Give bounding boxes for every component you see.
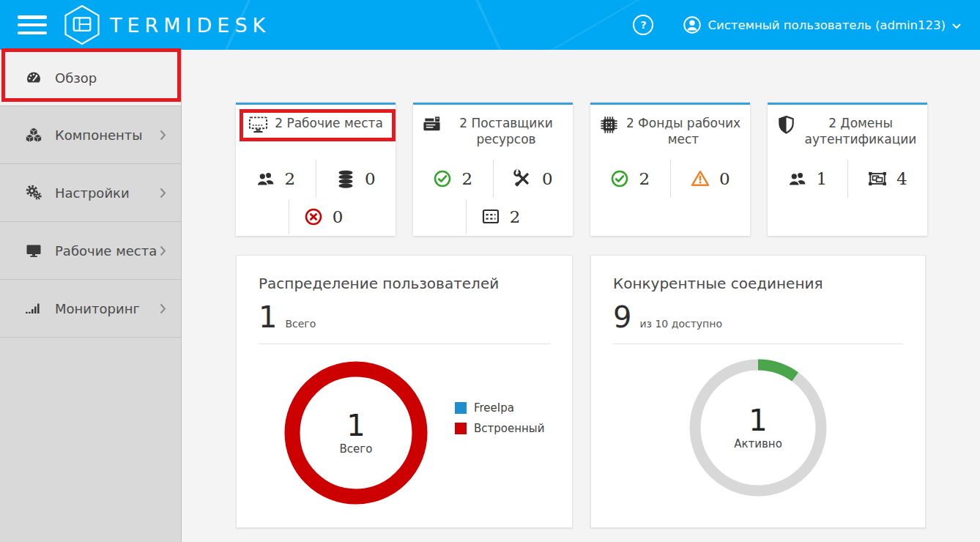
desktop-dashed-icon (248, 115, 268, 135)
times-circle-icon (304, 207, 323, 226)
components-icon (25, 126, 42, 144)
sidebar-item-label: Обзор (55, 70, 97, 86)
sidebar-item-overview[interactable]: Обзор (0, 50, 181, 106)
panel-big-label: из 10 доступно (639, 318, 722, 330)
card-resource-providers[interactable]: 2 Поставщики ресурсов 2 (413, 103, 573, 236)
stat-value: 2 (284, 169, 295, 188)
connections-donut-chart: 1 Активно (685, 354, 831, 501)
user-name-label: Системный пользователь (admin123) (708, 18, 946, 32)
stat-value: 0 (365, 169, 376, 188)
users-donut-chart: 1 Всего (279, 356, 433, 510)
legend-swatch (455, 423, 467, 434)
panel-big-value: 1 (259, 302, 277, 332)
legend-label: Встроенный (474, 422, 544, 435)
stat-ok: 2 (590, 169, 670, 188)
stat-row: 0 (236, 198, 396, 236)
stat-groups: 4 (847, 160, 928, 198)
stat-errors: 0 (304, 207, 344, 226)
user-menu[interactable]: Системный пользователь (admin123) (683, 15, 961, 34)
resource-provider-icon (422, 115, 442, 135)
warning-triangle-icon (691, 169, 710, 188)
chip-icon (599, 115, 619, 135)
help-icon[interactable]: ? (633, 15, 653, 35)
stat-value: 1 (816, 169, 827, 188)
tools-icon (513, 169, 532, 188)
panel-title: Распределение пользователей (259, 275, 550, 292)
monitoring-icon (25, 300, 42, 317)
panel-user-distribution: Распределение пользователей 1 Всего 1 Вс… (236, 255, 573, 528)
card-title-label: 2 Поставщики ресурсов (448, 116, 564, 148)
stat-value: 2 (639, 169, 650, 188)
stat-users: 1 (768, 169, 847, 188)
divider (466, 200, 467, 234)
sidebar-item-label: Компоненты (55, 127, 142, 143)
chevron-right-icon (160, 303, 166, 314)
table-icon (481, 207, 500, 226)
brand-logo: TERMIDESK (63, 4, 270, 45)
hexagon-logo-icon (63, 4, 101, 45)
card-workplace-pools-title: 2 Фонды рабочих мест (590, 105, 750, 160)
settings-icon (25, 184, 42, 201)
sidebar-item-label: Настройки (55, 185, 130, 201)
sidebar: Обзор Компоненты (0, 50, 182, 542)
stat-pools: 0 (316, 160, 396, 198)
divider (289, 200, 289, 234)
database-icon (336, 169, 355, 188)
brand-wordmark: TERMIDESK (110, 14, 270, 37)
sidebar-item-settings[interactable]: Настройки (0, 164, 181, 222)
card-workplaces-title: 2 Рабочие места (236, 105, 396, 160)
card-resource-providers-title: 2 Поставщики ресурсов (413, 105, 573, 160)
panel-big-label: Всего (285, 318, 316, 330)
stat-row: 2 0 (236, 160, 396, 198)
stat-value: 0 (542, 169, 553, 188)
legend-label: FreeIpa (474, 401, 514, 415)
card-title-label: 2 Рабочие места (275, 116, 383, 132)
users-icon (256, 169, 275, 188)
main-content: 2 Рабочие места 2 (182, 50, 980, 542)
user-avatar-icon (683, 15, 702, 34)
stat-value: 2 (510, 207, 521, 226)
stat-row: 2 0 (590, 160, 750, 198)
workplaces-icon (25, 242, 42, 259)
divider (613, 344, 903, 344)
card-auth-domains-title: 2 Домены аутентификации (768, 105, 927, 160)
sidebar-item-workplaces[interactable]: Рабочие места (0, 222, 181, 280)
legend-swatch (455, 402, 467, 414)
stat-value: 2 (461, 169, 472, 188)
panel-big-value: 9 (613, 302, 631, 332)
users-icon (787, 169, 806, 188)
card-title-label: 2 Фонды рабочих мест (626, 116, 741, 148)
chevron-right-icon (160, 245, 166, 256)
stat-maintenance: 0 (493, 160, 573, 198)
check-circle-icon (433, 169, 452, 188)
termidesk-dashboard: { "topbar": { "brand": "TERMIDESK", "hel… (0, 0, 980, 542)
users-donut-ring (292, 369, 420, 497)
card-workplace-pools[interactable]: 2 Фонды рабочих мест 2 0 (590, 103, 750, 236)
sidebar-item-label: Рабочие места (55, 243, 157, 259)
sidebar-item-components[interactable]: Компоненты (0, 106, 181, 164)
stat-warnings: 0 (670, 160, 751, 198)
legend-item: FreeIpa (455, 401, 544, 415)
stat-value: 0 (719, 169, 730, 188)
panel-title: Конкурентные соединения (613, 275, 903, 292)
sidebar-item-monitoring[interactable]: Мониторинг (0, 280, 181, 338)
summary-cards-row: 2 Рабочие места 2 (236, 103, 927, 236)
dashboard-icon (25, 69, 42, 86)
shield-icon (776, 115, 796, 135)
menu-toggle-button[interactable] (18, 15, 47, 34)
stat-row: 1 4 (768, 160, 927, 198)
connections-donut-base (695, 365, 821, 491)
stat-value: 4 (897, 169, 907, 188)
stat-row: 2 (413, 198, 573, 236)
chevron-down-icon (952, 23, 961, 29)
legend-item: Встроенный (455, 422, 544, 435)
chart-legend: FreeIpa Встроенный (455, 401, 544, 510)
topbar: TERMIDESK ? Системный пользователь (admi… (0, 0, 980, 50)
sidebar-item-label: Мониторинг (55, 301, 140, 316)
card-auth-domains[interactable]: 2 Домены аутентификации 1 (768, 103, 927, 236)
chevron-right-icon (160, 188, 166, 198)
stat-value: 0 (333, 207, 344, 226)
card-title-label: 2 Домены аутентификации (803, 116, 918, 148)
card-workplaces[interactable]: 2 Рабочие места 2 (236, 103, 396, 236)
chevron-right-icon (160, 130, 166, 141)
